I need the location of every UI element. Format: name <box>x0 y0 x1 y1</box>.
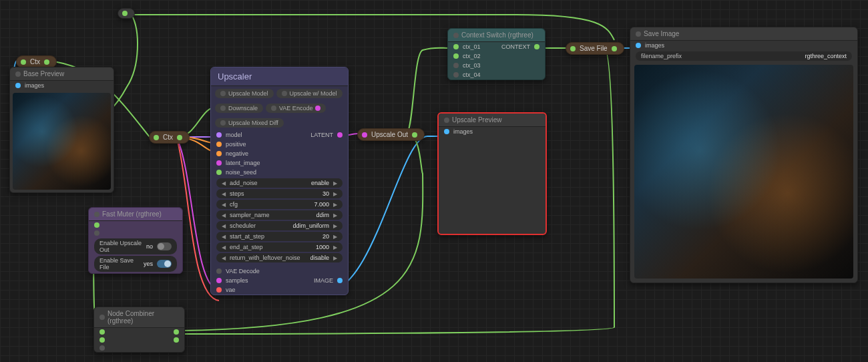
port-dot[interactable] <box>99 345 105 351</box>
port-dot[interactable] <box>94 222 99 228</box>
widget-steps[interactable]: ◀steps30▶ <box>216 189 343 198</box>
chip-upscale-model[interactable]: Upscale Model <box>215 89 274 98</box>
port-row <box>94 328 184 336</box>
chevron-right-icon[interactable]: ▶ <box>333 191 337 197</box>
chevron-right-icon[interactable]: ▶ <box>333 212 337 218</box>
input-port <box>570 46 576 51</box>
port-dot[interactable] <box>453 53 459 59</box>
group-title[interactable]: Upscaler <box>211 67 348 86</box>
upscale-preview-node[interactable]: Upscale Preview images <box>437 112 547 235</box>
chevron-left-icon[interactable]: ◀ <box>222 191 226 197</box>
image-port[interactable] <box>337 278 343 283</box>
node-title[interactable]: Node Combiner (rgthree) <box>94 307 184 328</box>
widget-end_at_step[interactable]: ◀end_at_step1000▶ <box>216 242 343 252</box>
chevron-left-icon[interactable]: ◀ <box>222 223 226 229</box>
chip-downscale[interactable]: Downscale <box>215 104 263 113</box>
fast-muter-node[interactable]: Fast Muter (rgthree) Enable Upscale Outn… <box>88 207 183 274</box>
port-dot[interactable] <box>99 337 105 343</box>
port-dot[interactable] <box>216 142 222 147</box>
dot-icon <box>220 106 226 111</box>
chip-vae-encode[interactable]: VAE Encode <box>266 104 326 113</box>
muter-toggle[interactable]: Enable Save Fileyes <box>94 256 177 272</box>
chevron-right-icon[interactable]: ▶ <box>333 202 337 208</box>
port-dot[interactable] <box>216 278 222 283</box>
widget-scheduler[interactable]: ◀schedulerddim_uniform▶ <box>216 221 343 230</box>
input-port <box>154 135 159 140</box>
widget-add_noise[interactable]: ◀add_noiseenable▶ <box>216 178 343 188</box>
ctx01-row: ctx_01CONTEXT <box>448 42 545 51</box>
images-port[interactable] <box>444 129 449 134</box>
muter-toggle[interactable]: Enable Upscale Outno <box>94 238 177 254</box>
chip-upscale-w-model[interactable]: Upscale w/ Model <box>276 89 343 98</box>
node-label: Save File <box>580 45 608 52</box>
port-dot[interactable] <box>216 132 222 138</box>
output-port <box>44 59 49 65</box>
chevron-right-icon[interactable]: ▶ <box>333 223 337 229</box>
node-title[interactable]: Save Image <box>630 27 857 41</box>
filename-prefix-widget[interactable]: filename_prefixrgthree_context <box>636 51 852 61</box>
chip-row-3: Upscale Mixed Diff <box>211 116 348 130</box>
port-dot[interactable] <box>174 337 179 343</box>
input-row: images <box>10 81 114 90</box>
port-dot[interactable] <box>216 151 222 156</box>
port-dot[interactable] <box>453 72 459 77</box>
save-file-node[interactable]: Save File <box>566 42 624 55</box>
dot-icon <box>282 91 287 96</box>
node-title[interactable]: Context Switch (rgthree) <box>448 29 545 42</box>
upscale-out-node[interactable]: Upscale Out <box>357 128 425 141</box>
collapse-icon[interactable] <box>99 315 105 320</box>
input-noise-seed: noise_seed <box>211 168 348 177</box>
toggle-switch[interactable] <box>157 242 172 250</box>
images-port[interactable] <box>15 83 21 88</box>
port-dot[interactable] <box>99 329 105 335</box>
dot-icon <box>220 120 226 126</box>
chip-upscale-mixed-diff[interactable]: Upscale Mixed Diff <box>215 118 284 128</box>
widget-sampler_name[interactable]: ◀sampler_nameddim▶ <box>216 210 343 220</box>
chevron-left-icon[interactable]: ◀ <box>222 255 226 261</box>
toggle-switch[interactable] <box>157 260 172 268</box>
node-title[interactable]: Upscale Preview <box>439 114 546 127</box>
port-dot[interactable] <box>216 287 222 293</box>
base-preview-node[interactable]: Base Preview images <box>9 67 114 193</box>
collapse-icon[interactable] <box>636 31 641 37</box>
input-negative: negative <box>211 149 348 158</box>
collapse-icon[interactable] <box>94 212 99 217</box>
port-dot[interactable] <box>94 230 99 236</box>
port-dot[interactable] <box>174 329 179 335</box>
chevron-left-icon[interactable]: ◀ <box>222 234 226 240</box>
node-label: Ctx <box>30 58 40 65</box>
port-dot[interactable] <box>216 170 222 175</box>
ctx-node-2[interactable]: Ctx <box>149 131 190 144</box>
widget-start_at_step[interactable]: ◀start_at_step20▶ <box>216 232 343 241</box>
node-title[interactable]: Base Preview <box>10 67 114 81</box>
port-dot[interactable] <box>216 160 222 166</box>
collapse-icon[interactable] <box>453 33 459 38</box>
chevron-right-icon[interactable]: ▶ <box>333 244 337 250</box>
chevron-right-icon[interactable]: ▶ <box>333 234 337 240</box>
chevron-right-icon[interactable]: ▶ <box>333 180 337 186</box>
collapse-icon[interactable] <box>444 118 449 123</box>
chip-row-1: Upscale Model Upscale w/ Model <box>211 86 348 101</box>
widget-return_with_leftover_noise[interactable]: ◀return_with_leftover_noisedisable▶ <box>216 253 343 262</box>
context-port[interactable] <box>534 44 539 49</box>
save-image-node[interactable]: Save Image images filename_prefixrgthree… <box>630 27 858 283</box>
chevron-left-icon[interactable]: ◀ <box>222 180 226 186</box>
output-image <box>634 65 853 279</box>
preview-image <box>13 93 111 190</box>
collapse-icon[interactable] <box>15 71 21 77</box>
output-samples: samplesIMAGE <box>211 276 348 285</box>
images-port[interactable] <box>636 43 641 48</box>
port-dot[interactable] <box>453 44 459 49</box>
chevron-right-icon[interactable]: ▶ <box>333 255 337 261</box>
port-dot[interactable] <box>453 63 459 68</box>
upscaler-group[interactable]: Upscaler Upscale Model Upscale w/ Model … <box>210 67 349 295</box>
reroute-node[interactable] <box>118 8 135 19</box>
chevron-left-icon[interactable]: ◀ <box>222 212 226 218</box>
widget-cfg[interactable]: ◀cfg7.000▶ <box>216 200 343 209</box>
node-combiner-node[interactable]: Node Combiner (rgthree) <box>93 307 185 353</box>
context-switch-node[interactable]: Context Switch (rgthree) ctx_01CONTEXT c… <box>447 28 546 80</box>
node-title[interactable]: Fast Muter (rgthree) <box>89 208 182 221</box>
chevron-left-icon[interactable]: ◀ <box>222 244 226 250</box>
chevron-left-icon[interactable]: ◀ <box>222 202 226 208</box>
latent-port[interactable] <box>337 132 343 138</box>
